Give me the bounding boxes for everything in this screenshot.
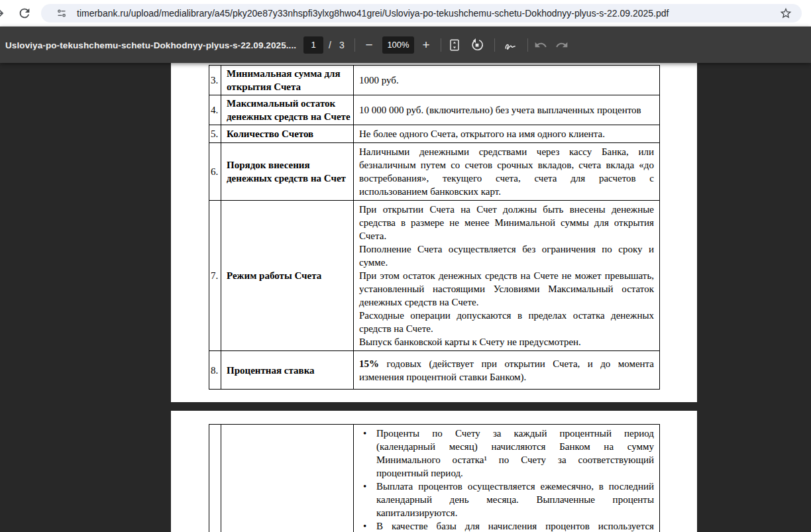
row-number	[209, 425, 221, 532]
redo-icon	[555, 38, 568, 52]
row-value: • Проценты по Счету за каждый процентный…	[354, 425, 660, 532]
row-label: Количество Счетов	[221, 125, 354, 143]
list-item: • Проценты по Счету за каждый процентный…	[359, 427, 654, 480]
toolbar-divider	[441, 38, 441, 52]
pdf-toolbar: Usloviya-po-tekushchemu-schetu-Dokhodnyy…	[0, 27, 811, 63]
zoom-level-input[interactable]: 100%	[382, 36, 414, 54]
row-number: 8.	[209, 351, 221, 390]
annotate-button[interactable]	[501, 36, 519, 54]
conditions-table: 3. Минимальная сумма для открытия Счета …	[209, 65, 660, 390]
table-row: 3. Минимальная сумма для открытия Счета …	[209, 66, 660, 95]
pdf-viewport[interactable]: 3. Минимальная сумма для открытия Счета …	[0, 63, 811, 532]
table-row: 4. Максимальный остаток денежных средств…	[209, 95, 660, 125]
row-label: Порядок внесения денежных средств на Сче…	[221, 143, 354, 201]
row-value: Не более одного Счета, открытого на имя …	[354, 125, 660, 143]
row-value: Наличными денежными средствами через кас…	[354, 143, 660, 201]
rotate-button[interactable]	[468, 36, 486, 54]
row-number: 6.	[209, 143, 221, 201]
bullet-marker: •	[359, 427, 376, 480]
table-row: 8. Процентная ставка 15% годовых (действ…	[209, 351, 660, 390]
paragraph: При открытии Счета на Счет должны быть в…	[359, 203, 654, 242]
paragraph: Пополнение Счета осуществляется без огра…	[359, 242, 654, 269]
list-item: • Выплата процентов осуществляется ежеме…	[359, 480, 654, 519]
row-value: 15% годовых (действует при открытии Счет…	[354, 351, 660, 390]
site-settings-icon[interactable]	[56, 7, 68, 19]
row-label	[221, 425, 354, 532]
row-value: 10 000 000 руб. (включительно) без учета…	[354, 95, 660, 125]
pdf-page-2: • Проценты по Счету за каждый процентный…	[171, 411, 697, 532]
bullet-text: Выплата процентов осуществляется ежемеся…	[376, 480, 654, 519]
redo-button[interactable]	[553, 36, 571, 54]
row-label: Минимальная сумма для открытия Счета	[221, 66, 354, 95]
bullet-text: В качестве базы для начисления процентов…	[376, 519, 654, 532]
list-item: • В качестве базы для начисления процент…	[359, 519, 654, 532]
zoom-in-button[interactable]: +	[417, 36, 435, 54]
bookmark-star-icon[interactable]	[779, 7, 792, 20]
pdf-page-1: 3. Минимальная сумма для открытия Счета …	[171, 63, 697, 402]
zoom-out-button[interactable]: −	[360, 36, 378, 54]
paragraph: Расходные операции допускаются в предела…	[359, 309, 654, 335]
interest-rate-value: 15%	[359, 358, 379, 369]
fit-to-page-button[interactable]	[445, 36, 464, 54]
undo-button[interactable]	[531, 36, 550, 54]
page-count-divider: /	[329, 40, 331, 50]
rotate-icon	[470, 38, 484, 52]
paragraph: При этом остаток денежных средств на Сче…	[359, 269, 654, 309]
paragraph: Выпуск банковской карты к Счету не преду…	[359, 335, 654, 348]
pdf-document-title: Usloviya-po-tekushchemu-schetu-Dokhodnyy…	[5, 40, 296, 50]
bullet-marker: •	[359, 519, 376, 532]
url-text[interactable]: timerbank.ru/upload/medialibrary/a45/pky…	[77, 8, 779, 19]
interest-rate-text: годовых (действует при открытии Счета, и…	[359, 358, 654, 382]
row-label: Процентная ставка	[221, 351, 354, 390]
conditions-table-continued: • Проценты по Счету за каждый процентный…	[209, 424, 660, 532]
toolbar-divider	[527, 38, 528, 52]
bullet-marker: •	[359, 480, 376, 519]
toolbar-divider	[494, 38, 495, 52]
table-row: • Проценты по Счету за каждый процентный…	[209, 425, 660, 532]
row-value: При открытии Счета на Счет должны быть в…	[354, 201, 660, 351]
browser-top-bar: timerbank.ru/upload/medialibrary/a45/pky…	[0, 0, 811, 27]
bullet-text: Проценты по Счету за каждый процентный п…	[376, 427, 654, 480]
table-row: 6. Порядок внесения денежных средств на …	[209, 143, 660, 201]
table-row: 7. Режим работы Счета При открытии Счета…	[209, 201, 660, 351]
table-row: 5. Количество Счетов Не более одного Сче…	[209, 125, 660, 143]
draw-pen-icon	[503, 38, 517, 52]
url-bar[interactable]: timerbank.ru/upload/medialibrary/a45/pky…	[41, 4, 802, 23]
row-label: Максимальный остаток денежных средств на…	[221, 95, 354, 125]
row-number: 5.	[209, 125, 221, 143]
forward-arrow-icon[interactable]	[0, 6, 6, 21]
row-label: Режим работы Счета	[221, 201, 354, 351]
undo-icon	[534, 38, 547, 52]
row-number: 4.	[209, 95, 221, 125]
page-number-input[interactable]: 1	[303, 36, 323, 54]
row-number: 7.	[209, 201, 221, 351]
toolbar-divider	[354, 38, 355, 52]
fit-page-icon	[447, 38, 462, 52]
page-count-total: 3	[339, 40, 345, 50]
row-number: 3.	[209, 66, 221, 95]
reload-button[interactable]	[17, 6, 32, 21]
row-value: 1000 руб.	[354, 66, 660, 95]
